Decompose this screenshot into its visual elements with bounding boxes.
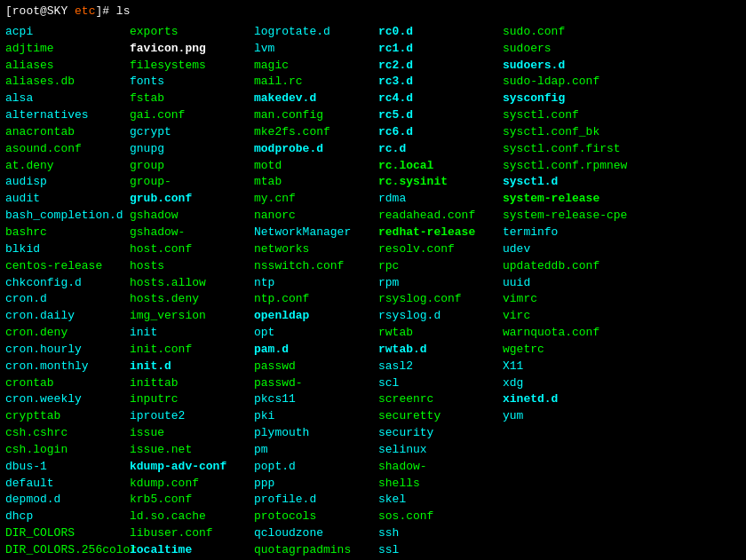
ls-item: X11 xyxy=(503,359,627,375)
ls-item: fonts xyxy=(130,74,254,91)
ls-item: nsswitch.conf xyxy=(254,258,378,275)
ls-item: iproute2 xyxy=(130,408,254,425)
ls-item: vimrc xyxy=(503,291,627,308)
ls-item: nanorc xyxy=(254,208,378,225)
ls-item: NetworkManager xyxy=(254,225,378,241)
ls-item: issue.net xyxy=(130,442,254,459)
ls-item: hosts.deny xyxy=(130,291,254,308)
ls-item: rpm xyxy=(378,275,503,292)
ls-item: virc xyxy=(503,308,627,325)
ls-item: issue xyxy=(130,425,254,442)
ls-item: cron.daily xyxy=(5,308,130,325)
ls-item: resolv.conf xyxy=(378,241,503,258)
ls-item: ppp xyxy=(254,476,378,493)
ls-item: adjtime xyxy=(5,41,130,58)
ls-item: logrotate.d xyxy=(254,24,378,41)
ls-item: modprobe.d xyxy=(254,141,378,158)
ls-item: rc2.d xyxy=(378,58,503,75)
prompt-bracket: ]# xyxy=(95,4,109,18)
ls-item: rc5.d xyxy=(378,107,503,124)
ls-item: blkid xyxy=(5,241,130,258)
ls-item: redhat-release xyxy=(378,225,503,241)
ls-item: aliases xyxy=(5,58,130,75)
ls-item: init xyxy=(130,325,254,342)
ls-item: gshadow xyxy=(130,208,254,225)
ls-item: rwtab xyxy=(378,325,503,342)
ls-item: csh.cshrc xyxy=(5,425,130,442)
ls-item: filesystems xyxy=(130,58,254,75)
ls-item: wgetrc xyxy=(503,342,627,359)
ls-item: popt.d xyxy=(254,459,378,476)
ls-item: hosts xyxy=(130,258,254,275)
ls-item: host.conf xyxy=(130,241,254,258)
ls-item: xdg xyxy=(503,375,627,392)
ls-item: passwd xyxy=(254,359,378,375)
ls-item: shells xyxy=(378,476,503,493)
ls-item: init.d xyxy=(130,359,254,375)
ls-item: screenrc xyxy=(378,391,503,408)
ls-item: networks xyxy=(254,241,378,258)
ls-item: at.deny xyxy=(5,158,130,175)
ls-item: profile.d xyxy=(254,492,378,509)
ls-item: pm xyxy=(254,442,378,459)
ls-item: mke2fs.conf xyxy=(254,124,378,141)
ls-item: audit xyxy=(5,191,130,208)
ls-item: csh.login xyxy=(5,442,130,459)
ls-item: selinux xyxy=(378,442,503,459)
ls-item: udev xyxy=(503,241,627,258)
ls-item: img_version xyxy=(130,308,254,325)
ls-item: grub.conf xyxy=(130,191,254,208)
ls-item: cron.hourly xyxy=(5,342,130,359)
ls-item: pkcs11 xyxy=(254,391,378,408)
ls-item: sysctl.conf.first xyxy=(503,141,627,158)
ls-item: warnquota.conf xyxy=(503,325,627,342)
ls-item: sudoers.d xyxy=(503,58,627,75)
ls-item: alternatives xyxy=(5,107,130,124)
ls-item: rc.sysinit xyxy=(378,174,503,191)
ls-item: inittab xyxy=(130,375,254,392)
ls-item: chkconfig.d xyxy=(5,275,130,292)
ls-item: rsyslog.d xyxy=(378,308,503,325)
ls-item: depmod.d xyxy=(5,492,130,509)
ls-item: default xyxy=(5,476,130,493)
ls-item: yum xyxy=(503,408,627,425)
ls-item: ssl xyxy=(378,542,503,559)
ls-item: quotagrpadmins xyxy=(254,542,378,559)
ls-item: gai.conf xyxy=(130,107,254,124)
ls-item: system-release-cpe xyxy=(503,208,627,225)
ls-item: rpc xyxy=(378,258,503,275)
ls-item: favicon.png xyxy=(130,41,254,58)
ls-item: readahead.conf xyxy=(378,208,503,225)
ls-item: pam.d xyxy=(254,342,378,359)
ls-item: opt xyxy=(254,325,378,342)
ls-item: xinetd.d xyxy=(503,391,627,408)
ls-item: uuid xyxy=(503,275,627,292)
ls-item: bash_completion.d xyxy=(5,208,130,225)
ls-item: exports xyxy=(130,24,254,41)
ls-item: gshadow- xyxy=(130,225,254,241)
ls-item: DIR_COLORS xyxy=(5,525,130,542)
ls-item: asound.conf xyxy=(5,141,130,158)
ls-item: rc3.d xyxy=(378,74,503,91)
ls-item: magic xyxy=(254,58,378,75)
ls-item: sysctl.d xyxy=(503,174,627,191)
ls-item: motd xyxy=(254,158,378,175)
ls-item: plymouth xyxy=(254,425,378,442)
ls-item: inputrc xyxy=(130,391,254,408)
ls-item: dhcp xyxy=(5,509,130,525)
ls-item: localtime xyxy=(130,542,254,559)
ls-item: init.conf xyxy=(130,342,254,359)
ls-item: terminfo xyxy=(503,225,627,241)
ls-item: sysctl.conf xyxy=(503,107,627,124)
ls-item: cron.weekly xyxy=(5,391,130,408)
ls-item: rdma xyxy=(378,191,503,208)
prompt-user-host: [root@SKY xyxy=(5,4,67,18)
ls-item: updateddb.conf xyxy=(503,258,627,275)
terminal-prompt: [root@SKY etc]# ls xyxy=(5,4,741,20)
ls-item: audisp xyxy=(5,174,130,191)
ls-item: alsa xyxy=(5,91,130,107)
ls-item: protocols xyxy=(254,509,378,525)
ls-item: sysctl.conf_bk xyxy=(503,124,627,141)
ls-item: securetty xyxy=(378,408,503,425)
ls-item: ld.so.cache xyxy=(130,509,254,525)
